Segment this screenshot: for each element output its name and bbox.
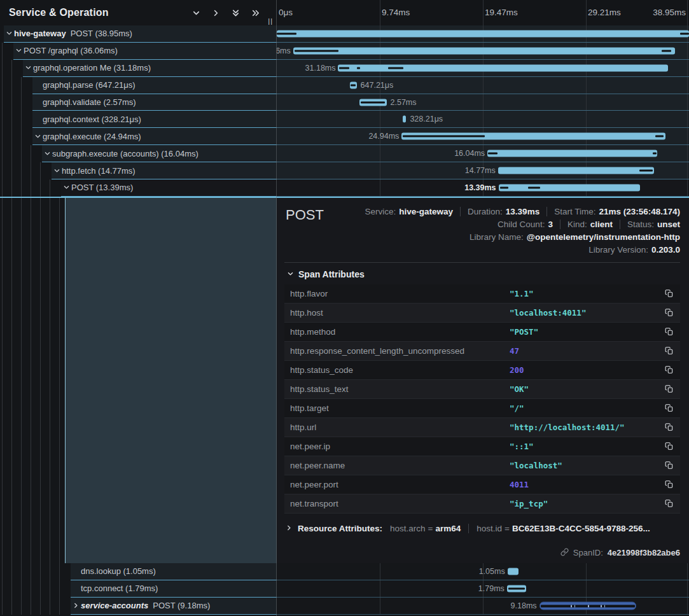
- span-duration-bar[interactable]: [338, 64, 668, 71]
- link-icon[interactable]: [560, 548, 569, 558]
- copy-value-button[interactable]: [658, 403, 680, 412]
- column-divider[interactable]: [276, 0, 277, 616]
- copy-value-button[interactable]: [658, 423, 680, 431]
- trace-span-row[interactable]: tcp.connect (1.79ms)1.79ms: [0, 580, 689, 598]
- span-name-cell[interactable]: graphql.execute (24.94ms): [0, 128, 277, 145]
- span-timeline-cell[interactable]: 36.06ms: [277, 43, 689, 60]
- copy-value-button[interactable]: [658, 480, 680, 489]
- chevron-right-icon[interactable]: [211, 8, 221, 18]
- span-duration-bar[interactable]: [498, 167, 655, 174]
- trace-span-row[interactable]: http.fetch (14.77ms)14.77ms: [0, 162, 689, 179]
- span-duration-bar[interactable]: [507, 585, 526, 592]
- chevron-down-icon[interactable]: [42, 150, 52, 157]
- copy-value-button[interactable]: [658, 365, 680, 374]
- child-span-tick: [351, 84, 356, 86]
- copy-value-button[interactable]: [658, 327, 680, 336]
- span-name-cell[interactable]: graphql.validate (2.57ms): [0, 94, 277, 111]
- trace-span-row[interactable]: hive-gatewayPOST (38.95ms)38.95ms: [0, 25, 689, 43]
- copy-value-button[interactable]: [658, 346, 680, 355]
- meta-label: Start Time:: [554, 207, 595, 216]
- span-attributes-toggle[interactable]: Span Attributes: [287, 269, 680, 279]
- trace-span-row[interactable]: graphql.operation Me (31.18ms)31.18ms: [0, 60, 689, 77]
- span-timeline-cell[interactable]: 13.39ms: [277, 179, 689, 197]
- attribute-value: "POST": [510, 327, 658, 337]
- resource-attributes-toggle[interactable]: Resource Attributes: host.arch=arm64host…: [286, 524, 680, 533]
- span-name-cell[interactable]: dns.lookup (1.05ms): [0, 563, 277, 580]
- span-name-cell[interactable]: hive-gatewayPOST (38.95ms): [0, 25, 277, 43]
- attribute-row: net.peer.port4011: [284, 475, 680, 494]
- chevron-down-icon[interactable]: [191, 8, 201, 18]
- chevron-down-icon[interactable]: [13, 47, 24, 54]
- trace-span-row[interactable]: POST /graphql (36.06ms)36.06ms: [0, 43, 689, 60]
- span-duration-bar[interactable]: [487, 150, 657, 157]
- chevron-down-icon[interactable]: [32, 133, 43, 140]
- span-name-cell[interactable]: tcp.connect (1.79ms): [0, 580, 277, 598]
- span-duration-bar[interactable]: [403, 116, 406, 123]
- span-duration-bar[interactable]: [539, 601, 637, 610]
- span-detail-header: POST Service:hive-gatewayDuration:13.39m…: [284, 204, 680, 255]
- chevron-down-icon[interactable]: [4, 30, 14, 37]
- attribute-value: "/": [510, 403, 658, 413]
- span-timeline-cell[interactable]: 38.95ms: [277, 25, 689, 43]
- span-timeline-cell[interactable]: 328.21μs: [277, 111, 689, 128]
- trace-span-row[interactable]: subgraph.execute (accounts) (16.04ms)16.…: [0, 145, 689, 162]
- span-timeline-cell[interactable]: 1.79ms: [277, 580, 689, 598]
- copy-value-button[interactable]: [658, 384, 680, 393]
- indent-guide: [21, 145, 22, 162]
- trace-span-row[interactable]: POST (13.39ms)13.39ms: [0, 179, 689, 197]
- grid-line: [586, 0, 587, 25]
- grid-line: [687, 60, 688, 76]
- span-name-cell[interactable]: service-accountsPOST (9.18ms): [0, 598, 277, 615]
- span-timeline-cell[interactable]: 24.94ms: [277, 128, 689, 145]
- trace-span-row[interactable]: graphql.context (328.21μs)328.21μs: [0, 111, 689, 128]
- attribute-row: http.response_content_length_uncompresse…: [284, 342, 680, 361]
- span-timeline-cell[interactable]: 2.57ms: [277, 94, 689, 111]
- copy-value-button[interactable]: [658, 442, 680, 451]
- trace-span-row[interactable]: graphql.execute (24.94ms)24.94ms: [0, 128, 689, 145]
- detail-meta-line: Library Version:0.203.0: [588, 245, 680, 255]
- copy-value-button[interactable]: [658, 461, 680, 470]
- trace-span-row[interactable]: graphql.parse (647.21μs)647.21μs: [0, 77, 689, 94]
- span-name-cell[interactable]: graphql.context (328.21μs): [0, 111, 277, 128]
- span-timeline-cell[interactable]: 14.77ms: [277, 162, 689, 179]
- chevron-down-icon[interactable]: [61, 184, 71, 191]
- meta-pair: Library Name:@opentelemetry/instrumentat…: [470, 232, 680, 242]
- chevron-down-icon[interactable]: [52, 167, 62, 174]
- copy-value-button[interactable]: [658, 499, 680, 508]
- span-duration-bar[interactable]: [499, 184, 641, 191]
- span-name-cell[interactable]: subgraph.execute (accounts) (16.04ms): [0, 145, 277, 162]
- resource-separator: [468, 524, 469, 533]
- span-timeline-cell[interactable]: 9.18ms: [277, 598, 689, 615]
- meta-value: unset: [657, 220, 680, 229]
- resource-key: host.id: [477, 524, 502, 533]
- span-timeline-cell[interactable]: 647.21μs: [277, 77, 689, 94]
- double-chevron-down-icon[interactable]: [231, 8, 240, 18]
- trace-span-row[interactable]: service-accountsPOST (9.18ms)9.18ms: [0, 598, 689, 615]
- span-duration-bar[interactable]: [277, 30, 689, 37]
- chevron-right-icon[interactable]: [71, 602, 81, 609]
- span-duration-bar[interactable]: [359, 99, 387, 106]
- span-name-cell[interactable]: POST /graphql (36.06ms): [0, 43, 277, 60]
- span-name-cell[interactable]: graphql.operation Me (31.18ms): [0, 60, 277, 77]
- operation-label: POST (9.18ms): [153, 601, 210, 610]
- span-duration-bar[interactable]: [293, 47, 675, 54]
- span-name-cell[interactable]: graphql.parse (647.21μs): [0, 77, 277, 94]
- trace-span-row[interactable]: dns.lookup (1.05ms)1.05ms: [0, 563, 689, 580]
- copy-value-button[interactable]: [658, 308, 680, 317]
- span-duration-bar[interactable]: [508, 568, 518, 575]
- trace-span-row[interactable]: graphql.validate (2.57ms)2.57ms: [0, 94, 689, 111]
- column-resize-handle[interactable]: ||: [268, 17, 273, 25]
- span-name-cell[interactable]: POST (13.39ms): [0, 179, 277, 197]
- span-name-cell[interactable]: http.fetch (14.77ms): [0, 162, 277, 179]
- chevron-down-icon[interactable]: [23, 64, 33, 71]
- span-timeline-cell[interactable]: 31.18ms: [277, 60, 689, 77]
- span-timeline-cell[interactable]: 16.04ms: [277, 145, 689, 162]
- service-name: service-accounts: [81, 601, 148, 610]
- copy-value-button[interactable]: [658, 289, 680, 298]
- span-duration-bar[interactable]: [350, 81, 357, 88]
- span-duration-bar[interactable]: [401, 133, 665, 140]
- double-chevron-right-icon[interactable]: [251, 8, 260, 18]
- attribute-row: http.target"/": [284, 399, 680, 418]
- span-timeline-cell[interactable]: 1.05ms: [277, 563, 689, 580]
- attribute-row: net.peer.name"localhost": [284, 456, 680, 475]
